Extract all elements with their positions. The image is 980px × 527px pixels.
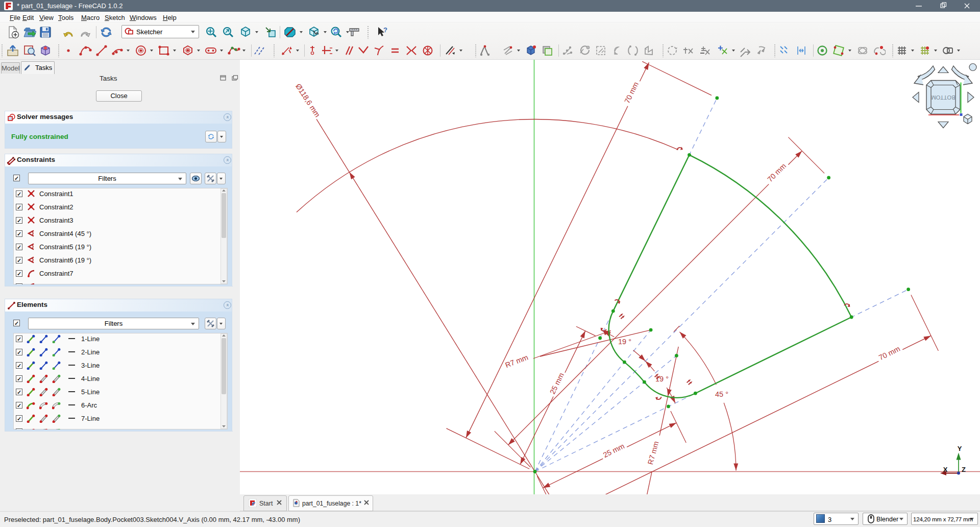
svg-text:X: X: [943, 466, 948, 473]
svg-text:19 °: 19 °: [655, 375, 669, 383]
svg-text:?: ?: [383, 26, 387, 34]
svg-text:R7 mm: R7 mm: [504, 353, 529, 369]
svg-text:Ø118,6 mm: Ø118,6 mm: [294, 82, 322, 118]
svg-text:70 mm: 70 mm: [877, 345, 901, 362]
svg-text:25 mm: 25 mm: [548, 371, 566, 395]
svg-text:25 mm: 25 mm: [602, 442, 626, 459]
svg-text:70 mm: 70 mm: [766, 162, 788, 184]
svg-text:19 °: 19 °: [618, 338, 631, 346]
svg-text:45 °: 45 °: [715, 390, 728, 398]
svg-text:Y: Y: [958, 445, 962, 452]
svg-text:R7 mm: R7 mm: [646, 440, 660, 465]
svg-text:Z: Z: [962, 466, 966, 473]
svg-text:70 mm: 70 mm: [623, 81, 640, 105]
svg-text:BOTTOM: BOTTOM: [932, 94, 955, 101]
